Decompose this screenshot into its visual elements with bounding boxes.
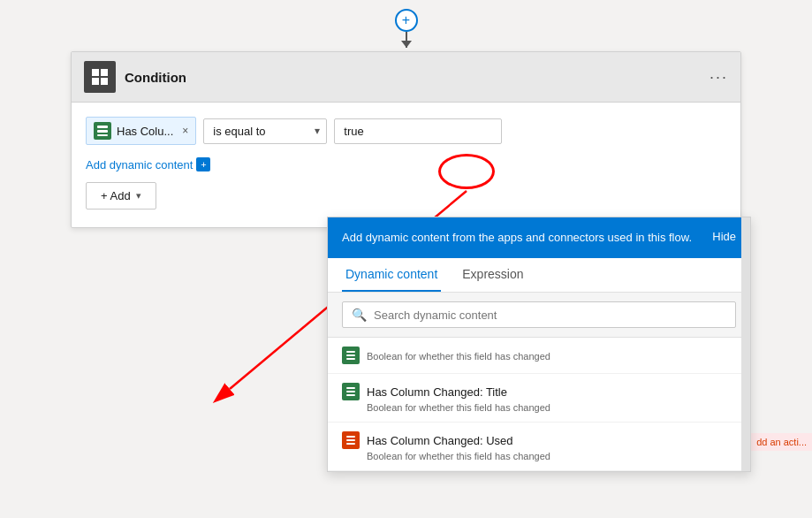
list-item-subtitle: Boolean for whether this field has chang… — [367, 402, 736, 413]
panel-tabs: Dynamic content Expression — [328, 258, 750, 293]
add-dynamic-label: Add dynamic content — [86, 158, 193, 171]
list-item-title: Has Column Changed: Used — [367, 434, 512, 447]
operator-select-wrapper[interactable]: is equal to is not equal to is greater t… — [203, 118, 327, 144]
list-item-row: Has Column Changed: Title — [342, 383, 736, 400]
right-edge-hint: dd an acti... — [750, 433, 812, 451]
svg-rect-5 — [97, 130, 108, 133]
panel-search-area: 🔍 — [328, 293, 750, 338]
panel-list: Boolean for whether this field has chang… — [328, 338, 750, 471]
svg-rect-14 — [346, 394, 355, 396]
top-connector: + — [0, 0, 812, 48]
search-input[interactable] — [374, 309, 726, 322]
list-item-subtitle: Boolean for whether this field has chang… — [367, 351, 550, 362]
scrollbar[interactable] — [741, 217, 750, 471]
list-item-title: Has Column Changed: Title — [367, 385, 507, 399]
svg-rect-12 — [346, 387, 355, 389]
condition-card: Condition ··· Has Colu... × is — [71, 51, 741, 228]
add-button-label: + Add — [101, 189, 131, 202]
svg-rect-13 — [346, 391, 355, 392]
svg-rect-17 — [346, 443, 355, 445]
condition-row: Has Colu... × is equal to is not equal t… — [86, 117, 726, 145]
add-dynamic-icon: + — [196, 157, 210, 171]
svg-rect-11 — [346, 358, 355, 360]
svg-rect-10 — [346, 354, 355, 356]
card-body: Has Colu... × is equal to is not equal t… — [72, 103, 740, 227]
add-dynamic-content-link[interactable]: Add dynamic content + — [86, 157, 726, 171]
svg-rect-2 — [92, 78, 99, 85]
add-action-button[interactable]: + Add — [86, 182, 156, 209]
connector-arrow — [406, 32, 407, 48]
list-item[interactable]: Boolean for whether this field has chang… — [328, 338, 750, 374]
condition-value-input[interactable] — [334, 118, 502, 144]
chip-icon — [94, 122, 111, 140]
svg-rect-3 — [101, 78, 108, 85]
add-step-button[interactable]: + — [395, 9, 418, 32]
tab-expression[interactable]: Expression — [459, 258, 527, 292]
list-item[interactable]: Has Column Changed: Used Boolean for whe… — [328, 423, 750, 471]
search-icon: 🔍 — [352, 308, 367, 322]
card-header: Condition ··· — [72, 52, 740, 103]
search-box: 🔍 — [342, 301, 736, 328]
right-edge-label: dd an acti... — [756, 437, 807, 447]
dynamic-content-panel: Add dynamic content from the apps and co… — [327, 217, 751, 472]
panel-header: Add dynamic content from the apps and co… — [328, 217, 750, 258]
card-title: Condition — [125, 70, 186, 85]
hide-panel-button[interactable]: Hide — [712, 230, 736, 243]
svg-rect-0 — [92, 69, 99, 76]
item-icon — [342, 347, 360, 364]
more-options-button[interactable]: ··· — [710, 68, 728, 87]
condition-chip[interactable]: Has Colu... × — [86, 117, 196, 145]
panel-header-text: Add dynamic content from the apps and co… — [342, 230, 698, 246]
svg-rect-15 — [346, 436, 355, 438]
svg-rect-16 — [346, 439, 355, 441]
condition-icon — [84, 61, 116, 93]
chip-label: Has Colu... — [117, 125, 173, 138]
list-item-row: Has Column Changed: Used — [342, 431, 736, 449]
list-item-subtitle: Boolean for whether this field has chang… — [367, 451, 736, 461]
tab-dynamic-content[interactable]: Dynamic content — [342, 258, 441, 292]
svg-rect-9 — [346, 351, 355, 353]
card-header-left: Condition — [84, 61, 186, 93]
chip-close-button[interactable]: × — [182, 125, 188, 137]
operator-select[interactable]: is equal to is not equal to is greater t… — [203, 118, 327, 144]
list-item[interactable]: Has Column Changed: Title Boolean for wh… — [328, 374, 750, 423]
svg-rect-4 — [97, 126, 108, 128]
item-icon — [342, 431, 360, 449]
svg-rect-1 — [101, 69, 108, 76]
svg-rect-6 — [97, 134, 108, 136]
list-item-row: Boolean for whether this field has chang… — [342, 347, 736, 364]
item-icon — [342, 383, 360, 400]
